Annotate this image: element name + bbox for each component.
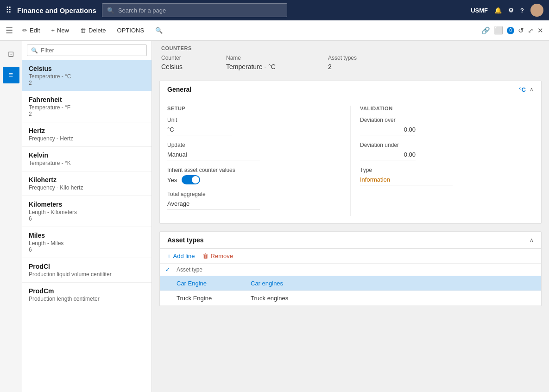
- list-item[interactable]: ProdCl Production liquid volume centilit…: [22, 258, 151, 283]
- grid-menu-icon[interactable]: ⠿: [6, 5, 12, 15]
- new-button[interactable]: + New: [46, 25, 74, 36]
- add-line-button[interactable]: + Add line: [167, 253, 195, 259]
- unit-value[interactable]: °C: [167, 125, 232, 135]
- general-section-card: General °C ∧ SETUP Unit °C: [159, 81, 542, 224]
- settings-icon[interactable]: ⚙: [508, 7, 514, 14]
- section-right: °C ∧: [519, 86, 534, 93]
- edit-button[interactable]: ✏ Edit: [18, 25, 44, 36]
- search-input[interactable]: [118, 7, 282, 14]
- total-aggregate-field: Total aggregate Average: [167, 191, 341, 209]
- filter-input[interactable]: [41, 47, 143, 54]
- unit-label: Unit: [167, 117, 341, 123]
- name-col: Name Temperature - °C: [226, 55, 328, 70]
- list-item[interactable]: Miles Length - Miles 6: [22, 227, 151, 258]
- deviation-over-label: Deviation over: [360, 117, 534, 123]
- list-item-name: Kilohertz: [29, 176, 145, 183]
- main-layout: ⊡ ≡ 🔍 Celsius Temperature - °C 2 Fahrenh…: [0, 41, 549, 392]
- toggle-wrap: Yes: [167, 175, 341, 184]
- asset-types-section-title: Asset types: [167, 236, 204, 244]
- asset-types-section-header[interactable]: Asset types ∧: [160, 232, 541, 249]
- asset-table: ✓ Asset type Car Engine Car engines Truc…: [160, 264, 541, 306]
- edit-icon: ✏: [22, 27, 27, 34]
- side-icons: ⊡ ≡: [0, 41, 22, 392]
- list-item[interactable]: Celsius Temperature - °C 2: [22, 60, 151, 91]
- asset-table-row[interactable]: Car Engine Car engines: [160, 276, 541, 291]
- deviation-under-value[interactable]: 0.00: [360, 150, 416, 160]
- search-filter-button[interactable]: 🔍: [151, 25, 167, 36]
- list-item[interactable]: Kelvin Temperature - °K: [22, 147, 151, 171]
- asset-col-car-engine: Car Engine: [177, 280, 251, 287]
- collapse-icon[interactable]: ∧: [530, 86, 534, 93]
- badge-count[interactable]: 0: [507, 27, 514, 34]
- delete-icon: 🗑: [80, 27, 86, 34]
- counters-row: Counter Celsius Name Temperature - °C As…: [161, 55, 540, 74]
- list-item-sub: Temperature - °C: [29, 73, 145, 80]
- setup-col: SETUP Unit °C Update Manual Inherit asse…: [167, 106, 350, 216]
- list-item[interactable]: Hertz Frequency - Hertz: [22, 122, 151, 147]
- asset-types-collapse-icon[interactable]: ∧: [530, 237, 534, 243]
- list-item-sub: Length - Miles: [29, 240, 145, 247]
- link-icon[interactable]: 🔗: [481, 26, 490, 35]
- list-item[interactable]: Kilohertz Frequency - Kilo hertz: [22, 171, 151, 196]
- list-item-sub: Length - Kilometers: [29, 209, 145, 215]
- office-icon[interactable]: ⬜: [494, 26, 503, 35]
- close-icon[interactable]: ✕: [537, 26, 543, 35]
- asset-col-truck-engines: Truck engines: [251, 295, 288, 302]
- filter-side-icon[interactable]: ⊡: [3, 45, 19, 62]
- asset-types-toolbar: + Add line 🗑 Remove: [160, 249, 541, 264]
- filter-search-icon: 🔍: [155, 27, 163, 34]
- list-item-count: 6: [29, 215, 145, 222]
- menu-icon[interactable]: ☰: [6, 25, 13, 36]
- update-value[interactable]: Manual: [167, 150, 260, 160]
- list-item-name: Celsius: [29, 65, 145, 72]
- list-item-name: ProdCm: [29, 287, 145, 295]
- avatar[interactable]: [530, 4, 543, 17]
- asset-type-col-header: Asset type: [177, 266, 202, 273]
- list-side-icon[interactable]: ≡: [3, 67, 19, 83]
- counter-col-value: Celsius: [161, 63, 226, 70]
- search-bar[interactable]: 🔍: [102, 3, 287, 17]
- list-items: Celsius Temperature - °C 2 Fahrenheit Te…: [22, 60, 151, 392]
- list-item-count: 2: [29, 80, 145, 86]
- inherit-label: Inherit asset counter values: [167, 167, 341, 173]
- general-section-header[interactable]: General °C ∧: [160, 81, 541, 98]
- help-icon[interactable]: ?: [520, 7, 524, 14]
- filter-icon: 🔍: [31, 47, 38, 54]
- validation-col: VALIDATION Deviation over 0.00 Deviation…: [350, 106, 534, 216]
- inherit-toggle[interactable]: [182, 175, 200, 184]
- setup-label: SETUP: [167, 106, 341, 111]
- list-item-sub: Frequency - Hertz: [29, 135, 145, 142]
- list-item-name: Hertz: [29, 127, 145, 134]
- filter-input-wrap[interactable]: 🔍: [27, 44, 147, 56]
- asset-col-header: Asset types: [328, 55, 374, 61]
- update-label: Update: [167, 142, 341, 148]
- list-item[interactable]: Kilometers Length - Kilometers 6: [22, 196, 151, 227]
- notification-icon[interactable]: 🔔: [494, 7, 502, 14]
- options-button[interactable]: OPTIONS: [113, 25, 149, 36]
- remove-button[interactable]: 🗑 Remove: [202, 253, 233, 259]
- name-col-value: Temperature - °C: [226, 63, 328, 70]
- list-panel: 🔍 Celsius Temperature - °C 2 Fahrenheit …: [22, 41, 152, 392]
- list-item-name: Kelvin: [29, 152, 145, 159]
- list-item-name: Miles: [29, 232, 145, 239]
- toggle-knob: [192, 176, 199, 183]
- counter-col-header: Counter: [161, 55, 226, 61]
- deviation-over-value[interactable]: 0.00: [360, 125, 416, 135]
- delete-button[interactable]: 🗑 Delete: [76, 25, 111, 36]
- asset-types-section-card: Asset types ∧ + Add line 🗑 Remove ✓ Asse…: [159, 231, 542, 306]
- type-value[interactable]: Information: [360, 175, 453, 185]
- validation-label: VALIDATION: [360, 106, 534, 111]
- toolbar-right: 🔗 ⬜ 0 ↺ ⤢ ✕: [481, 26, 543, 35]
- asset-table-header: ✓ Asset type: [160, 264, 541, 276]
- asset-table-row[interactable]: Truck Engine Truck engines: [160, 291, 541, 306]
- detail-panel: COUNTERS Counter Celsius Name Temperatur…: [152, 41, 549, 392]
- list-item[interactable]: Fahrenheit Temperature - °F 2: [22, 91, 151, 122]
- refresh-icon[interactable]: ↺: [518, 26, 524, 35]
- form-two-col: SETUP Unit °C Update Manual Inherit asse…: [167, 106, 534, 216]
- list-item[interactable]: ProdCm Production length centimeter: [22, 283, 151, 307]
- popout-icon[interactable]: ⤢: [528, 26, 534, 35]
- toggle-label-text: Yes: [167, 177, 177, 183]
- general-section-body: SETUP Unit °C Update Manual Inherit asse…: [160, 98, 541, 223]
- total-aggregate-value[interactable]: Average: [167, 199, 260, 209]
- add-icon: +: [167, 253, 171, 259]
